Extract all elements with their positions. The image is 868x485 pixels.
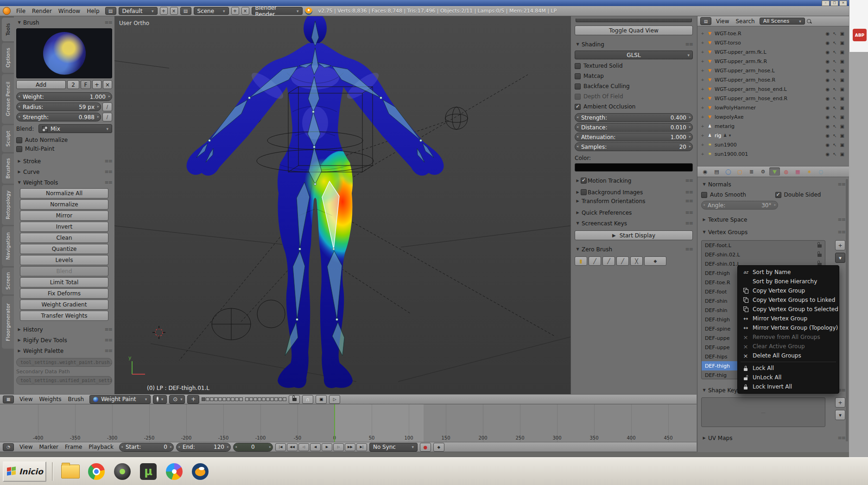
render-icon[interactable] [840, 96, 844, 101]
blender-button[interactable] [189, 460, 212, 483]
fake-user-button[interactable]: F [81, 80, 91, 89]
shape-key-specials-button[interactable] [835, 410, 845, 420]
weight-tool-normalize[interactable]: Normalize [20, 199, 108, 210]
picasa-button[interactable] [163, 460, 186, 483]
shelf-tab-tools[interactable]: Tools [2, 18, 14, 41]
shelf-panel-weight-palette[interactable]: Weight Palette [16, 346, 112, 355]
render-icon[interactable] [840, 133, 844, 138]
shelf-tab-floorgenerator[interactable]: Floorgenerator [2, 296, 14, 349]
panel-transform-orientations[interactable]: Transform Orientations [575, 197, 693, 205]
properties-scrollbar[interactable] [846, 179, 848, 441]
timeline-menu-frame[interactable]: Frame [62, 444, 85, 450]
current-frame-field[interactable]: 0 [233, 443, 273, 452]
timeline-menu-view[interactable]: View [16, 444, 36, 450]
menu-item-sort-by-name[interactable]: Sort by Name [738, 268, 839, 277]
manipulator-button[interactable]: + [187, 395, 199, 404]
render-icon[interactable] [840, 105, 844, 110]
weight-tool-mirror[interactable]: Mirror [20, 211, 108, 221]
selectable-icon[interactable] [833, 96, 836, 101]
expand-icon[interactable] [700, 124, 705, 128]
expand-icon[interactable] [700, 87, 705, 91]
properties-tab-texture[interactable] [792, 167, 803, 176]
properties-tab-physics[interactable] [816, 167, 826, 176]
panel-background-images[interactable]: Background Images [575, 188, 693, 197]
viewport-menu-view[interactable]: View [16, 396, 36, 402]
toggle-quad-view-button[interactable]: Toggle Quad View [575, 26, 693, 35]
layer-toggle[interactable] [270, 397, 274, 401]
expand-icon[interactable] [700, 31, 705, 36]
visibility-eye-icon[interactable] [825, 87, 830, 92]
outliner-menu-search[interactable]: Search [732, 18, 758, 25]
brush-preview[interactable] [16, 28, 112, 78]
timeline-menu-marker[interactable]: Marker [36, 444, 61, 450]
lock-icon[interactable] [817, 254, 822, 257]
snap-magnet-button[interactable]: ∩ [302, 395, 313, 404]
shelf-panel-rigify-dev-tools[interactable]: Rigify Dev Tools [16, 336, 112, 345]
jump-start-button[interactable] [275, 443, 286, 451]
uv-maps-header[interactable]: UV Maps [701, 434, 845, 442]
shelf-tab-screen[interactable]: Screen [2, 268, 14, 294]
current-frame-line[interactable] [334, 404, 335, 442]
layer-toggle[interactable] [249, 397, 253, 401]
menu-render[interactable]: Render [29, 8, 55, 14]
next-keyframe-button[interactable] [345, 443, 355, 451]
menu-item-mirror-vertex-group[interactable]: Mirror Vertex Group [738, 314, 839, 323]
zero-brush-erase-icon[interactable] [630, 256, 643, 266]
visibility-eye-icon[interactable] [825, 142, 830, 147]
checkbox[interactable] [701, 192, 707, 198]
weight-tool-fix-deforms[interactable]: Fix Deforms [20, 288, 108, 299]
media-player-button[interactable] [111, 460, 134, 483]
start-display-button[interactable]: Start Display [575, 230, 693, 240]
zero-brush-settings-icon[interactable] [644, 256, 666, 266]
visibility-eye-icon[interactable] [825, 40, 830, 45]
selectable-icon[interactable] [833, 77, 836, 83]
frame-end-field[interactable]: End: 120 [176, 443, 231, 452]
selectable-icon[interactable] [833, 87, 836, 92]
layer-toggle[interactable] [231, 397, 234, 401]
record-button[interactable] [420, 443, 431, 452]
render-icon[interactable] [840, 152, 844, 157]
weight-tool-transfer-weights[interactable]: Transfer Weights [20, 311, 108, 321]
window-title-bar[interactable]: – □ × [0, 0, 849, 6]
checkbox-row-textured-solid[interactable]: Textured Solid [575, 62, 693, 70]
slider-samples[interactable]: Samples:20 [575, 142, 693, 151]
new-brush-button[interactable] [92, 80, 101, 89]
checkbox[interactable] [16, 137, 22, 143]
panel-quick-preferences[interactable]: Quick Preferences [575, 208, 693, 217]
zero-brush-bucket-icon[interactable] [575, 256, 587, 266]
layer-toggle[interactable] [262, 397, 266, 401]
secondary-data-path-field[interactable]: tool_settings.unified_paint_settings.siz… [16, 376, 112, 385]
menu-help[interactable]: Help [83, 8, 102, 14]
ao-color-swatch[interactable] [575, 163, 693, 172]
visibility-eye-icon[interactable] [825, 133, 830, 138]
layer-toggle[interactable] [235, 397, 239, 401]
double-sided-row[interactable]: Double Sided [775, 191, 846, 198]
weight-slider[interactable]: Weight: 1.000 [16, 92, 112, 101]
selectable-icon[interactable] [833, 68, 836, 73]
menu-item-lock-all[interactable]: Lock All [738, 364, 839, 373]
expand-icon[interactable] [700, 40, 705, 45]
outliner-row[interactable]: rig [700, 131, 847, 140]
outliner-row[interactable]: WGT-upper_arm_hose_end.L [700, 84, 847, 94]
blender-app-icon[interactable] [3, 7, 11, 15]
menu-window[interactable]: Window [55, 8, 83, 14]
weight-tool-levels[interactable]: Levels [20, 255, 108, 265]
layer-toggle[interactable] [239, 397, 243, 401]
expand-icon[interactable] [700, 77, 705, 82]
layer-toggle[interactable] [227, 397, 230, 401]
checkbox[interactable] [575, 94, 581, 100]
render-icon[interactable] [840, 87, 844, 92]
render-icon[interactable] [840, 142, 844, 147]
weight-tools-panel-header[interactable]: Weight Tools [16, 178, 112, 187]
selectable-icon[interactable] [833, 40, 836, 45]
scene-browse-button[interactable]: ▤ [180, 7, 191, 15]
properties-tab-world[interactable] [723, 167, 734, 176]
viewport-menu-weights[interactable]: Weights [36, 396, 64, 402]
weight-tool-clean[interactable]: Clean [20, 233, 108, 243]
outliner-editor-icon[interactable]: ▤ [700, 17, 711, 25]
properties-tab-modifiers[interactable] [758, 167, 768, 176]
vertex-group-row[interactable]: DEF-shin.02.L [702, 250, 825, 259]
add-shape-key-button[interactable] [835, 397, 845, 408]
shelf-panel-stroke[interactable]: Stroke [16, 157, 112, 166]
search-icon[interactable] [806, 19, 812, 24]
